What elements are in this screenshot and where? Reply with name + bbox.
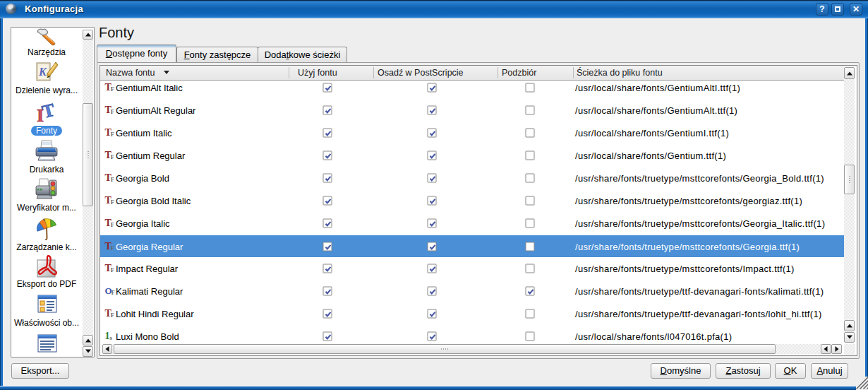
svg-text:I: I [37,105,44,122]
svg-text:K: K [38,66,47,78]
